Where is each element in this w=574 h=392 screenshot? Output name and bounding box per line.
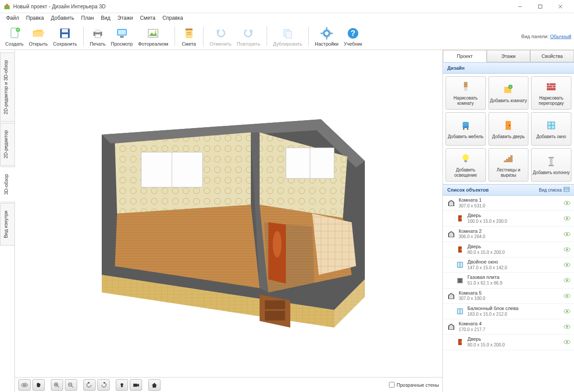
menu-edit[interactable]: Правка bbox=[23, 14, 48, 22]
photoreal-button[interactable]: Фотореализм bbox=[135, 25, 171, 47]
object-item[interactable]: Дверь80.0 x 15.0 x 200.0 bbox=[443, 335, 574, 350]
svg-marker-1 bbox=[4, 4, 10, 7]
open-button[interactable]: Открыть bbox=[26, 25, 50, 47]
svg-point-61 bbox=[273, 231, 282, 257]
object-name: Газовая плита bbox=[467, 274, 563, 281]
estimate-button[interactable]: Смета bbox=[178, 25, 200, 47]
vf-home-button[interactable] bbox=[148, 379, 160, 391]
design-grid: Нарисовать комнату +Добавить комнату Нар… bbox=[443, 74, 574, 184]
menubar: Файл Правка Добавить План Вид Этажи Смет… bbox=[0, 13, 574, 23]
visibility-toggle[interactable] bbox=[563, 232, 570, 237]
card-draw-room[interactable]: Нарисовать комнату bbox=[446, 76, 486, 110]
card-add-lighting[interactable]: Добавить освещение bbox=[446, 148, 486, 182]
vf-light-button[interactable] bbox=[116, 379, 128, 391]
visibility-toggle[interactable] bbox=[563, 247, 570, 252]
app-icon bbox=[4, 3, 11, 10]
object-item[interactable]: Двойное окно147.0 x 15.0 x 142.0 bbox=[443, 257, 574, 273]
notebook-icon bbox=[182, 26, 196, 40]
vtab-2d-3d[interactable]: 2D-редактор и 3D-обзор bbox=[0, 53, 14, 122]
menu-estimate[interactable]: Смета bbox=[136, 14, 159, 22]
visibility-toggle[interactable] bbox=[563, 339, 570, 345]
list-view-icon[interactable] bbox=[563, 187, 570, 193]
card-draw-partition[interactable]: Нарисовать перегородку bbox=[531, 76, 571, 110]
vtab-2d[interactable]: 2D-редактор bbox=[0, 123, 14, 166]
object-item[interactable]: Комната 1307.0 x 531.0 bbox=[443, 196, 574, 211]
right-panel: Проект Этажи Свойства Дизайн Нарисовать … bbox=[442, 50, 574, 392]
vtab-inside[interactable]: Вид изнутри bbox=[0, 203, 14, 246]
object-item[interactable]: Дверь80.0 x 15.0 x 200.0 bbox=[443, 242, 574, 257]
transparent-walls-check[interactable]: Прозрачные стены bbox=[389, 382, 439, 388]
transparent-walls-checkbox[interactable] bbox=[389, 382, 395, 388]
menu-view[interactable]: Вид bbox=[97, 14, 114, 22]
vf-rotate-left-button[interactable] bbox=[83, 379, 96, 391]
door-icon bbox=[455, 245, 465, 254]
vtab-3d[interactable]: 3D-обзор bbox=[0, 167, 15, 202]
menu-floors[interactable]: Этажи bbox=[114, 14, 136, 22]
card-add-furniture[interactable]: Добавить мебель bbox=[446, 112, 486, 146]
brick-wall-icon bbox=[544, 80, 558, 94]
menu-plan[interactable]: План bbox=[78, 14, 97, 22]
printer-icon bbox=[91, 26, 105, 40]
object-name: Комната 1 bbox=[459, 197, 563, 203]
visibility-toggle[interactable] bbox=[563, 200, 570, 206]
print-button[interactable]: Печать bbox=[87, 25, 108, 47]
svg-point-146 bbox=[566, 326, 568, 328]
visibility-toggle[interactable] bbox=[563, 309, 570, 314]
object-item[interactable]: Комната 5307.0 x 100.0 bbox=[443, 289, 574, 304]
object-dimensions: 80.0 x 15.0 x 200.0 bbox=[467, 342, 563, 348]
create-button[interactable]: + Создать bbox=[3, 25, 26, 47]
tutorial-button[interactable]: ? Учебник bbox=[341, 25, 365, 47]
undo-icon bbox=[214, 26, 228, 40]
svg-rect-63 bbox=[265, 300, 285, 309]
floppy-disk-icon bbox=[58, 26, 72, 40]
rtab-project[interactable]: Проект bbox=[443, 50, 487, 62]
visibility-toggle[interactable] bbox=[563, 278, 570, 283]
undo-button[interactable]: Отменить bbox=[207, 25, 234, 47]
rtab-floors[interactable]: Этажи bbox=[487, 50, 531, 62]
object-name: Комната 5 bbox=[459, 290, 563, 296]
rtab-properties[interactable]: Свойства bbox=[530, 50, 574, 62]
settings-button[interactable]: Настройки bbox=[312, 25, 341, 47]
objects-list: Комната 1307.0 x 531.0Дверь100.0 x 15.0 … bbox=[443, 196, 574, 392]
visibility-toggle[interactable] bbox=[563, 324, 570, 329]
vf-zoom-in-button[interactable] bbox=[51, 379, 63, 391]
object-item[interactable]: Газовая плита51.0 x 62.1 x 86.9 bbox=[443, 273, 574, 288]
object-item[interactable]: Балконный блок слева183.0 x 15.0 x 212.0 bbox=[443, 304, 574, 319]
menu-help[interactable]: Справка bbox=[159, 14, 186, 22]
menu-file[interactable]: Файл bbox=[3, 14, 23, 22]
card-add-column[interactable]: Добавить колонну bbox=[531, 148, 571, 182]
visibility-toggle[interactable] bbox=[563, 262, 570, 267]
duplicate-icon bbox=[281, 26, 295, 40]
svg-marker-79 bbox=[137, 384, 139, 387]
svg-point-131 bbox=[459, 281, 460, 282]
svg-point-96 bbox=[509, 125, 510, 126]
visibility-toggle[interactable] bbox=[563, 216, 570, 221]
duplicate-button[interactable]: Дублировать bbox=[271, 25, 305, 47]
vf-camera-button[interactable] bbox=[130, 379, 142, 391]
vf-pan-button[interactable] bbox=[32, 379, 45, 391]
redo-button[interactable]: Повторить bbox=[234, 25, 263, 47]
panel-mode-link[interactable]: Обычный bbox=[550, 34, 571, 39]
save-button[interactable]: Сохранить bbox=[50, 25, 80, 47]
vf-360-button[interactable]: 360 bbox=[18, 379, 31, 391]
object-item[interactable]: Комната 2306.0 x 264.0 bbox=[443, 227, 574, 242]
preview-button[interactable]: Просмотр bbox=[108, 25, 135, 47]
close-button[interactable] bbox=[550, 0, 570, 13]
card-add-window[interactable]: Добавить окно bbox=[531, 112, 571, 146]
svg-rect-64 bbox=[265, 311, 285, 321]
minimize-button[interactable] bbox=[510, 0, 530, 13]
viewport-canvas[interactable] bbox=[15, 50, 442, 377]
object-item[interactable]: Дверь100.0 x 15.0 x 200.0 bbox=[443, 211, 574, 226]
menu-add[interactable]: Добавить bbox=[47, 14, 78, 22]
card-stairs[interactable]: Лестницы и вырезы bbox=[488, 148, 529, 182]
door-icon bbox=[455, 214, 465, 223]
vf-rotate-right-button[interactable] bbox=[97, 379, 110, 391]
maximize-button[interactable] bbox=[530, 0, 550, 13]
object-item[interactable]: Комната 4170.0 x 217.7 bbox=[443, 319, 574, 335]
vf-zoom-out-button[interactable] bbox=[65, 379, 77, 391]
svg-rect-17 bbox=[120, 36, 124, 38]
visibility-toggle[interactable] bbox=[563, 293, 570, 299]
right-tabs: Проект Этажи Свойства bbox=[443, 50, 574, 62]
card-add-door[interactable]: Добавить дверь bbox=[488, 112, 529, 146]
card-add-room[interactable]: +Добавить комнату bbox=[488, 76, 529, 110]
